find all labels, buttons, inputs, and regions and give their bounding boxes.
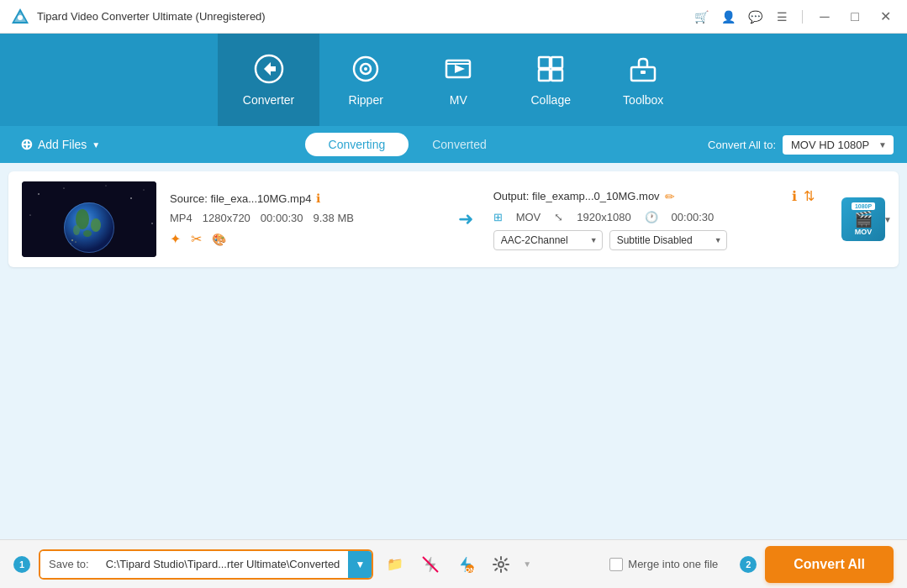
cut-icon[interactable]: ✂ bbox=[191, 231, 202, 247]
format-badge-expand-icon[interactable]: ▼ bbox=[883, 215, 892, 224]
add-files-label: Add Files bbox=[38, 138, 87, 151]
audio-channel-select[interactable]: AAC-2Channel AAC-Stereo MP3 bbox=[493, 230, 603, 250]
flash-off-icon[interactable] bbox=[417, 551, 444, 578]
nav-item-mv[interactable]: MV bbox=[412, 34, 504, 126]
svg-point-19 bbox=[144, 190, 145, 191]
flash-on-icon[interactable]: ON bbox=[452, 551, 479, 578]
svg-point-32 bbox=[71, 244, 71, 244]
convert-all-button[interactable]: Convert All bbox=[765, 546, 894, 583]
svg-point-36 bbox=[498, 562, 504, 567]
cart-icon[interactable]: 🛒 bbox=[691, 7, 711, 27]
tab-converted[interactable]: Converted bbox=[409, 133, 510, 156]
ripper-icon bbox=[351, 54, 381, 88]
svg-point-20 bbox=[29, 214, 30, 215]
maximize-button[interactable]: □ bbox=[843, 5, 867, 29]
output-settings-icon[interactable]: ⇅ bbox=[804, 188, 815, 204]
settings-icon[interactable] bbox=[488, 551, 514, 578]
subtitle-select[interactable]: Subtitle Disabled Subtitle Enabled bbox=[609, 230, 727, 250]
format-badge-quality: 1080P bbox=[852, 202, 875, 210]
app-logo bbox=[10, 7, 30, 27]
svg-point-2 bbox=[18, 15, 23, 20]
nav-item-ripper[interactable]: Ripper bbox=[319, 34, 412, 126]
svg-point-31 bbox=[75, 241, 76, 242]
format-select[interactable]: MOV HD 1080P MP4 HD 1080P AVI HD 1080P bbox=[783, 135, 894, 155]
file-resolution: 1280x720 bbox=[203, 212, 250, 224]
output-controls: AAC-2Channel AAC-Stereo MP3 Subtitle Dis… bbox=[493, 230, 815, 250]
collage-icon bbox=[535, 54, 566, 88]
toolbar: ⊕ Add Files ▼ Converting Converted Conve… bbox=[0, 126, 907, 163]
bottom-bar: 1 Save to: C:\Tipard Studio\Tipard...rte… bbox=[0, 539, 907, 588]
format-select-wrap[interactable]: MOV HD 1080P MP4 HD 1080P AVI HD 1080P bbox=[783, 135, 894, 155]
folder-icon[interactable]: 📁 bbox=[382, 551, 409, 578]
svg-text:ON: ON bbox=[465, 566, 475, 574]
separator bbox=[802, 10, 803, 24]
svg-rect-14 bbox=[641, 71, 646, 74]
clock-icon: 🕐 bbox=[645, 211, 658, 223]
output-duration: 00:00:30 bbox=[672, 211, 715, 223]
convert-all-to-label: Convert All to: bbox=[708, 139, 776, 151]
file-thumbnail bbox=[22, 181, 156, 257]
nav-item-collage[interactable]: Collage bbox=[504, 34, 597, 126]
output-res-icon: ⤡ bbox=[554, 211, 563, 223]
output-format-icon: ⊞ bbox=[493, 211, 503, 223]
converter-icon bbox=[254, 54, 284, 88]
add-icon: ⊕ bbox=[20, 135, 33, 154]
svg-point-18 bbox=[130, 197, 132, 199]
format-badge-container: 1080P 🎬 MOV ▼ bbox=[835, 197, 885, 241]
minimize-button[interactable]: ─ bbox=[813, 5, 836, 29]
output-format: MOV bbox=[516, 211, 541, 223]
nav-item-toolbox[interactable]: Toolbox bbox=[597, 34, 689, 126]
merge-label: Merge into one file bbox=[628, 558, 718, 570]
output-resolution: 1920x1080 bbox=[577, 211, 630, 223]
main-content: Source: file_exa...10MG.mp4 ℹ MP4 1280x7… bbox=[0, 163, 907, 539]
file-duration: 00:00:30 bbox=[261, 212, 303, 224]
add-files-dropdown-icon: ▼ bbox=[92, 140, 100, 150]
subtitle-dropdown-wrap[interactable]: Subtitle Disabled Subtitle Enabled bbox=[609, 230, 727, 250]
svg-point-22 bbox=[106, 186, 107, 186]
svg-point-27 bbox=[83, 230, 92, 237]
output-icons: ℹ ⇅ bbox=[792, 188, 815, 204]
source-text: Source: file_exa...10MG.mp4 bbox=[170, 192, 311, 205]
menu-icon[interactable]: ☰ bbox=[772, 7, 792, 27]
svg-point-16 bbox=[38, 193, 40, 195]
toolbox-icon bbox=[628, 54, 658, 88]
convert-arrow: ➜ bbox=[458, 208, 473, 230]
svg-rect-12 bbox=[551, 70, 562, 81]
save-to-path[interactable]: C:\Tipard Studio\Tipard...rter Ultimate\… bbox=[98, 551, 349, 578]
format-badge: 1080P 🎬 MOV bbox=[841, 197, 885, 241]
file-source: Source: file_exa...10MG.mp4 ℹ bbox=[170, 192, 438, 205]
save-to-dropdown[interactable]: ▼ bbox=[348, 551, 372, 578]
person-icon[interactable]: 👤 bbox=[718, 7, 738, 27]
badge-2: 2 bbox=[740, 556, 757, 573]
collage-label: Collage bbox=[530, 93, 570, 107]
svg-rect-9 bbox=[539, 57, 550, 68]
svg-point-28 bbox=[73, 225, 80, 235]
color-icon[interactable]: 🎨 bbox=[212, 233, 226, 246]
save-to-section: Save to: C:\Tipard Studio\Tipard...rter … bbox=[39, 549, 373, 580]
merge-checkbox[interactable] bbox=[609, 558, 623, 571]
tab-converting[interactable]: Converting bbox=[305, 133, 409, 156]
chat-icon[interactable]: 💬 bbox=[745, 7, 765, 27]
audio-dropdown-wrap[interactable]: AAC-2Channel AAC-Stereo MP3 bbox=[493, 230, 603, 250]
output-info-icon[interactable]: ℹ bbox=[792, 188, 797, 204]
converter-label: Converter bbox=[243, 93, 294, 107]
file-size: 9.38 MB bbox=[313, 212, 353, 224]
file-meta: MP4 1280x720 00:00:30 9.38 MB bbox=[170, 212, 438, 224]
edit-icon[interactable]: ✏ bbox=[665, 190, 675, 203]
app-title: Tipard Video Converter Ultimate (Unregis… bbox=[37, 10, 691, 23]
nav-bar: Converter Ripper MV bbox=[0, 34, 907, 126]
mv-icon bbox=[443, 54, 473, 88]
svg-point-26 bbox=[91, 218, 101, 232]
toolbar-tabs: Converting Converted bbox=[107, 133, 708, 156]
add-files-button[interactable]: ⊕ Add Files ▼ bbox=[13, 132, 107, 157]
output-path-row: Output: file_examp...0_10MG.mov ✏ ℹ ⇅ bbox=[493, 188, 815, 204]
settings-dropdown-icon[interactable]: ▼ bbox=[523, 559, 531, 569]
close-button[interactable]: ✕ bbox=[873, 5, 897, 29]
save-to-label: Save to: bbox=[40, 551, 98, 578]
enhance-icon[interactable]: ✦ bbox=[170, 231, 181, 247]
svg-point-30 bbox=[71, 239, 73, 241]
nav-item-converter[interactable]: Converter bbox=[218, 34, 319, 126]
source-info-icon[interactable]: ℹ bbox=[316, 192, 320, 205]
file-actions: ✦ ✂ 🎨 bbox=[170, 231, 438, 247]
ripper-label: Ripper bbox=[349, 93, 383, 107]
